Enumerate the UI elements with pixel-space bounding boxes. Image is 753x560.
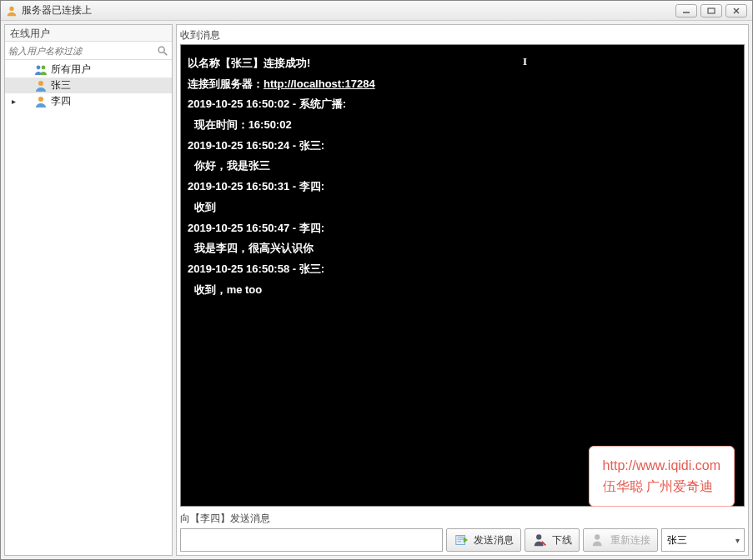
svg-point-8 (42, 65, 46, 69)
sidebar: 在线用户 所有用户 张三 (4, 24, 173, 556)
svg-line-6 (164, 52, 168, 55)
send-row: 发送消息 下线 重新连接 张三 (180, 528, 745, 552)
svg-point-0 (9, 6, 13, 10)
button-label: 发送消息 (474, 533, 514, 548)
selected-username: 张三 (667, 533, 687, 548)
tree-item-zhangsan[interactable]: 张三 (5, 78, 172, 93)
users-icon (34, 63, 48, 77)
app-window: 服务器已连接上 在线用户 所有用户 (0, 0, 753, 560)
window-controls (675, 4, 747, 18)
received-label: 收到消息 (180, 28, 745, 42)
reconnect-icon (590, 532, 607, 548)
console-line: 你好，我是张三 (188, 156, 737, 177)
offline-icon (532, 532, 549, 548)
tree-item-lisi[interactable]: 李四 (5, 93, 172, 109)
window-title: 服务器已连接上 (22, 3, 675, 18)
offline-button[interactable]: 下线 (525, 528, 580, 552)
window-body: 在线用户 所有用户 张三 (1, 21, 752, 559)
svg-point-5 (158, 47, 164, 52)
message-input[interactable] (180, 528, 443, 552)
console-line: 2019-10-25 16:50:24 - 张三: (188, 136, 737, 157)
svg-point-9 (38, 81, 43, 86)
console-line: 我是李四，很高兴认识你 (188, 238, 737, 259)
svg-point-12 (536, 534, 541, 539)
close-button[interactable] (725, 4, 747, 18)
sidebar-header: 在线用户 (5, 25, 172, 42)
user-search-box[interactable] (5, 42, 172, 60)
svg-point-10 (38, 97, 43, 102)
minimize-button[interactable] (675, 4, 697, 18)
watermark-name: 伍华聪 广州爱奇迪 (603, 476, 720, 498)
console-line: 收到 (188, 198, 737, 218)
maximize-button[interactable] (700, 4, 722, 18)
send-target-label: 向【李四】发送消息 (180, 512, 745, 526)
console-line: 收到，me too (188, 280, 737, 301)
watermark-box: http://www.iqidi.com 伍华聪 广州爱奇迪 (589, 446, 735, 507)
tree-item-all-users[interactable]: 所有用户 (5, 62, 172, 78)
svg-point-7 (37, 65, 41, 69)
send-section: 向【李四】发送消息 发送消息 下线 (180, 512, 745, 552)
button-label: 下线 (552, 533, 572, 548)
server-url-link[interactable]: http://localhost:17284 (264, 78, 375, 90)
search-input[interactable] (8, 46, 157, 56)
svg-rect-2 (708, 8, 715, 13)
svg-point-13 (595, 534, 600, 539)
text-cursor-icon: I (523, 52, 527, 72)
user-tree: 所有用户 张三 李四 (5, 60, 172, 555)
console-line: 以名称【张三】连接成功! (188, 53, 737, 74)
console-line: 连接到服务器：http://localhost:17284 (188, 74, 737, 95)
button-label: 重新连接 (610, 533, 650, 548)
send-button[interactable]: 发送消息 (446, 528, 521, 552)
send-icon (454, 532, 470, 548)
main-panel: 收到消息 I 以名称【张三】连接成功! 连接到服务器：http://localh… (176, 24, 749, 556)
search-icon[interactable] (157, 45, 168, 57)
console-line: 2019-10-25 16:50:58 - 张三: (188, 259, 737, 280)
app-icon (6, 5, 18, 17)
console-line: 现在时间：16:50:02 (188, 115, 737, 136)
console-line: 2019-10-25 16:50:47 - 李四: (188, 218, 737, 239)
console-line: 2019-10-25 16:50:02 - 系统广播: (188, 94, 737, 115)
message-console[interactable]: I 以名称【张三】连接成功! 连接到服务器：http://localhost:1… (180, 44, 745, 507)
titlebar[interactable]: 服务器已连接上 (1, 1, 752, 21)
reconnect-button[interactable]: 重新连接 (583, 528, 658, 552)
user-icon (34, 79, 48, 92)
tree-item-label: 李四 (51, 94, 71, 108)
username-select[interactable]: 张三 (661, 528, 745, 552)
tree-item-label: 所有用户 (51, 62, 91, 77)
user-icon (34, 95, 48, 108)
console-line: 2019-10-25 16:50:31 - 李四: (188, 177, 737, 198)
watermark-url: http://www.iqidi.com (603, 455, 720, 477)
tree-item-label: 张三 (51, 78, 71, 92)
